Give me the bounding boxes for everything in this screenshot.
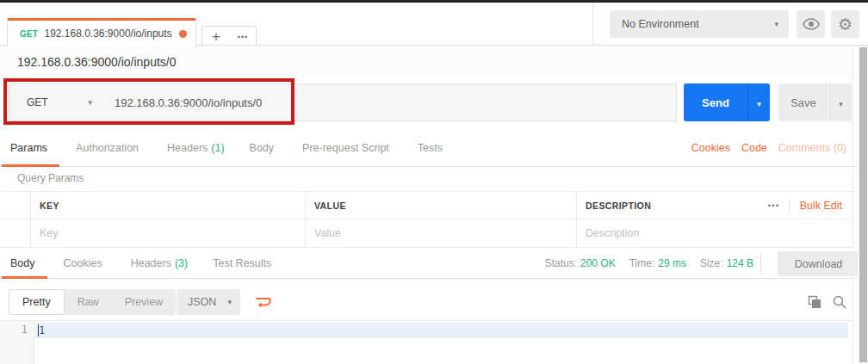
tab-label: Body <box>250 142 275 154</box>
tab-label: Cookies <box>64 257 102 269</box>
row-handle-column <box>0 219 31 247</box>
request-title: 192.168.0.36:9000/io/inputs/0 <box>17 55 177 69</box>
tab-authorization[interactable]: Authorization <box>67 129 151 166</box>
format-select-value: JSON <box>188 296 216 308</box>
response-tab-body[interactable]: Body <box>2 248 47 278</box>
size-label: Size: <box>700 257 723 269</box>
value-input[interactable] <box>314 227 550 239</box>
more-options-icon[interactable]: ••• <box>760 201 789 210</box>
send-options-button[interactable]: ▾ <box>747 83 770 121</box>
tab-pre-request-script[interactable]: Pre-request Script <box>294 129 401 166</box>
tab-params[interactable]: Params <box>2 129 59 166</box>
chevron-down-icon: ▾ <box>774 20 778 28</box>
copy-response-button[interactable] <box>803 291 826 313</box>
copy-icon <box>808 295 822 309</box>
chevron-down-icon: ▾ <box>757 100 761 108</box>
response-tabs: Body Cookies Headers (3) Test Results St… <box>0 248 868 279</box>
tab-title: 192.168.0.36:9000/io/inputs/0 <box>44 28 172 40</box>
tab-label: Body <box>10 257 35 269</box>
query-params-header-row: KEY VALUE DESCRIPTION ••• Bulk Edit <box>0 192 852 219</box>
response-viewer-toolbar: Pretty Raw Preview JSON ▾ <box>0 279 868 320</box>
code-link[interactable]: Code <box>741 142 767 154</box>
query-params-input-row <box>0 219 852 247</box>
format-select[interactable]: JSON ▾ <box>177 289 240 315</box>
bulk-edit-link[interactable]: Bulk Edit <box>790 200 847 212</box>
tab-headers[interactable]: Headers (1) <box>158 129 233 166</box>
method-select-value: GET <box>27 96 48 108</box>
chevron-down-icon: ▾ <box>88 98 92 107</box>
request-title-row: 192.168.0.36:9000/io/inputs/0 <box>0 46 868 77</box>
view-mode-group: Pretty Raw Preview <box>9 289 176 315</box>
environment-selector-value: No Environment <box>622 18 699 30</box>
gear-icon: ⚙ <box>838 16 852 33</box>
mode-pretty-button[interactable]: Pretty <box>9 289 65 315</box>
time-value: 29 ms <box>658 257 686 269</box>
query-params-title: Query Params <box>17 172 84 184</box>
request-tab[interactable]: GET 192.168.0.36:9000/io/inputs/0 <box>7 18 196 46</box>
url-input[interactable] <box>102 83 677 121</box>
send-button[interactable]: Send <box>684 83 747 121</box>
new-tab-button[interactable]: + <box>202 28 230 46</box>
tab-label: Test Results <box>213 257 271 269</box>
mode-raw-button[interactable]: Raw <box>65 289 112 315</box>
comments-link[interactable]: Comments (0) <box>778 142 846 154</box>
mode-preview-button[interactable]: Preview <box>112 289 176 315</box>
search-icon <box>833 295 846 309</box>
wrap-lines-button[interactable] <box>250 289 277 315</box>
time-label: Time: <box>629 257 655 269</box>
url-builder-row: GET ▾ Send ▾ Save ▾ <box>0 77 868 129</box>
method-select[interactable]: GET ▾ <box>9 83 103 121</box>
postman-app: GET 192.168.0.36:9000/io/inputs/0 + ••• … <box>0 0 868 364</box>
response-tab-headers[interactable]: Headers (3) <box>122 248 197 278</box>
tab-body[interactable]: Body <box>241 129 287 166</box>
save-button[interactable]: Save <box>778 83 828 121</box>
header-divider <box>592 3 593 45</box>
tab-actions: + ••• <box>202 26 257 47</box>
description-input[interactable] <box>586 227 826 239</box>
key-input[interactable] <box>40 227 278 239</box>
description-column-header: DESCRIPTION <box>586 201 651 211</box>
request-links: Cookies Code Comments (0) <box>691 129 846 166</box>
value-column-header: VALUE <box>314 201 346 211</box>
download-button[interactable]: Download <box>778 251 859 276</box>
environment-selector[interactable]: No Environment ▾ <box>610 10 789 38</box>
response-tab-cookies[interactable]: Cookies <box>55 248 115 278</box>
tab-options-button[interactable]: ••• <box>230 33 256 41</box>
query-params-tools: ••• Bulk Edit <box>760 192 847 219</box>
tab-label: Authorization <box>76 142 139 154</box>
line-number: 1 <box>22 324 28 336</box>
tab-label: Pre-request Script <box>302 142 389 154</box>
tab-label: Headers <box>167 142 208 154</box>
key-column-header: KEY <box>40 201 59 211</box>
size-value: 124 B <box>727 257 753 269</box>
meta-divider <box>760 254 761 273</box>
app-header: GET 192.168.0.36:9000/io/inputs/0 + ••• … <box>0 3 868 46</box>
wrap-text-icon <box>256 297 271 308</box>
request-tabs: Params Authorization Headers (1) Body Pr… <box>0 129 868 167</box>
tab-label: Headers <box>131 257 171 269</box>
environment-quick-look-button[interactable] <box>797 10 825 38</box>
status-meta: Status:200 OK <box>545 257 616 269</box>
row-handle-column <box>0 192 31 219</box>
status-label: Status: <box>545 257 577 269</box>
size-meta: Size:124 B <box>700 257 753 269</box>
tab-label: Tests <box>418 142 443 154</box>
vertical-scrollbar[interactable] <box>858 46 868 364</box>
status-value: 200 OK <box>580 257 616 269</box>
active-code-line[interactable]: 1 <box>35 323 848 338</box>
tab-tests[interactable]: Tests <box>409 129 455 166</box>
scrollbar-thumb[interactable] <box>859 47 867 362</box>
search-response-button[interactable] <box>828 291 851 313</box>
response-meta: Status:200 OK Time:29 ms Size:124 B <box>545 248 753 278</box>
response-body-value: 1 <box>39 324 45 336</box>
cookies-link[interactable]: Cookies <box>691 142 730 154</box>
tab-count: (3) <box>175 257 188 269</box>
settings-button[interactable]: ⚙ <box>831 10 859 38</box>
line-number-gutter: 1 <box>0 321 34 364</box>
tab-count: (1) <box>211 142 224 154</box>
save-options-button[interactable]: ▾ <box>829 83 852 121</box>
response-body-editor[interactable]: 1 1 <box>0 320 852 364</box>
response-tab-test-results[interactable]: Test Results <box>204 248 283 278</box>
tab-label: Params <box>10 142 47 154</box>
tab-method-label: GET <box>20 29 38 39</box>
